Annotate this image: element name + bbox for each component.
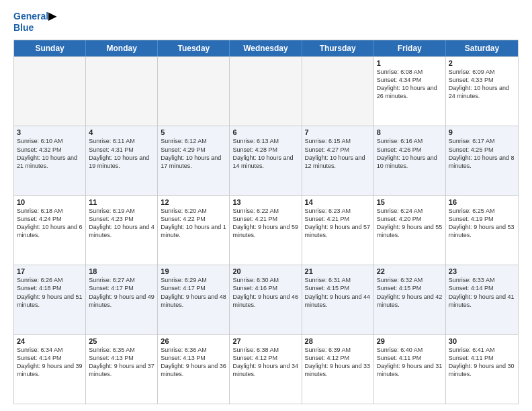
- page: General Blue General▶Blue SundayMondayTu…: [0, 0, 532, 411]
- weekday-header: Thursday: [302, 40, 374, 56]
- calendar-cell: 6Sunrise: 6:13 AM Sunset: 4:28 PM Daylig…: [230, 126, 302, 195]
- calendar-cell: 22Sunrise: 6:32 AM Sunset: 4:15 PM Dayli…: [374, 265, 446, 334]
- day-number: 25: [89, 337, 154, 345]
- day-number: 8: [377, 128, 443, 136]
- weekday-header: Monday: [86, 40, 158, 56]
- day-info: Sunrise: 6:09 AM Sunset: 4:33 PM Dayligh…: [449, 68, 515, 101]
- day-info: Sunrise: 6:41 AM Sunset: 4:11 PM Dayligh…: [449, 346, 515, 379]
- day-info: Sunrise: 6:26 AM Sunset: 4:18 PM Dayligh…: [17, 276, 83, 309]
- calendar-header: SundayMondayTuesdayWednesdayThursdayFrid…: [14, 40, 518, 56]
- day-number: 11: [89, 198, 154, 206]
- day-number: 9: [449, 128, 515, 136]
- calendar-cell: 24Sunrise: 6:34 AM Sunset: 4:14 PM Dayli…: [14, 335, 86, 404]
- calendar-cell: [86, 57, 158, 126]
- day-info: Sunrise: 6:36 AM Sunset: 4:13 PM Dayligh…: [161, 346, 226, 379]
- day-info: Sunrise: 6:11 AM Sunset: 4:31 PM Dayligh…: [89, 137, 154, 170]
- day-info: Sunrise: 6:22 AM Sunset: 4:21 PM Dayligh…: [232, 207, 298, 240]
- day-info: Sunrise: 6:12 AM Sunset: 4:29 PM Dayligh…: [161, 137, 226, 170]
- day-number: 3: [17, 128, 83, 136]
- weekday-header: Saturday: [446, 40, 518, 56]
- day-info: Sunrise: 6:19 AM Sunset: 4:23 PM Dayligh…: [89, 207, 154, 240]
- day-info: Sunrise: 6:30 AM Sunset: 4:16 PM Dayligh…: [232, 276, 298, 309]
- day-info: Sunrise: 6:29 AM Sunset: 4:17 PM Dayligh…: [161, 276, 226, 309]
- calendar-cell: [230, 57, 302, 126]
- logo-text: General▶Blue: [13, 11, 56, 33]
- day-number: 15: [377, 198, 443, 206]
- calendar: SundayMondayTuesdayWednesdayThursdayFrid…: [13, 40, 519, 404]
- day-info: Sunrise: 6:20 AM Sunset: 4:22 PM Dayligh…: [161, 207, 226, 240]
- calendar-cell: 12Sunrise: 6:20 AM Sunset: 4:22 PM Dayli…: [158, 196, 230, 265]
- calendar-cell: 19Sunrise: 6:29 AM Sunset: 4:17 PM Dayli…: [158, 265, 230, 334]
- calendar-cell: 1Sunrise: 6:08 AM Sunset: 4:34 PM Daylig…: [374, 57, 446, 126]
- weekday-header: Wednesday: [230, 40, 302, 56]
- day-number: 1: [377, 59, 443, 67]
- weekday-header: Sunday: [14, 40, 86, 56]
- calendar-cell: 13Sunrise: 6:22 AM Sunset: 4:21 PM Dayli…: [230, 196, 302, 265]
- calendar-cell: 23Sunrise: 6:33 AM Sunset: 4:14 PM Dayli…: [446, 265, 518, 334]
- day-info: Sunrise: 6:17 AM Sunset: 4:25 PM Dayligh…: [449, 137, 515, 170]
- calendar-cell: 11Sunrise: 6:19 AM Sunset: 4:23 PM Dayli…: [86, 196, 158, 265]
- day-number: 7: [305, 128, 371, 136]
- calendar-cell: 7Sunrise: 6:15 AM Sunset: 4:27 PM Daylig…: [302, 126, 374, 195]
- day-number: 10: [17, 198, 83, 206]
- day-info: Sunrise: 6:25 AM Sunset: 4:19 PM Dayligh…: [449, 207, 515, 240]
- day-number: 18: [89, 267, 154, 275]
- calendar-cell: 10Sunrise: 6:18 AM Sunset: 4:24 PM Dayli…: [14, 196, 86, 265]
- day-info: Sunrise: 6:38 AM Sunset: 4:12 PM Dayligh…: [232, 346, 298, 379]
- day-info: Sunrise: 6:35 AM Sunset: 4:13 PM Dayligh…: [89, 346, 154, 379]
- calendar-cell: 18Sunrise: 6:27 AM Sunset: 4:17 PM Dayli…: [86, 265, 158, 334]
- day-info: Sunrise: 6:40 AM Sunset: 4:11 PM Dayligh…: [377, 346, 443, 379]
- day-number: 17: [17, 267, 83, 275]
- day-number: 24: [17, 337, 83, 345]
- day-info: Sunrise: 6:08 AM Sunset: 4:34 PM Dayligh…: [377, 68, 443, 101]
- day-number: 5: [161, 128, 226, 136]
- calendar-cell: 16Sunrise: 6:25 AM Sunset: 4:19 PM Dayli…: [446, 196, 518, 265]
- calendar-cell: [14, 57, 86, 126]
- day-number: 4: [89, 128, 154, 136]
- day-info: Sunrise: 6:23 AM Sunset: 4:21 PM Dayligh…: [305, 207, 371, 240]
- calendar-row: 3Sunrise: 6:10 AM Sunset: 4:32 PM Daylig…: [14, 126, 518, 195]
- day-number: 26: [161, 337, 226, 345]
- calendar-row: 17Sunrise: 6:26 AM Sunset: 4:18 PM Dayli…: [14, 265, 518, 334]
- calendar-cell: 29Sunrise: 6:40 AM Sunset: 4:11 PM Dayli…: [374, 335, 446, 404]
- calendar-cell: [302, 57, 374, 126]
- day-number: 2: [449, 59, 515, 67]
- day-info: Sunrise: 6:13 AM Sunset: 4:28 PM Dayligh…: [232, 137, 298, 170]
- day-number: 27: [232, 337, 298, 345]
- calendar-cell: 4Sunrise: 6:11 AM Sunset: 4:31 PM Daylig…: [86, 126, 158, 195]
- calendar-cell: 20Sunrise: 6:30 AM Sunset: 4:16 PM Dayli…: [230, 265, 302, 334]
- weekday-header: Friday: [374, 40, 446, 56]
- day-number: 16: [449, 198, 515, 206]
- day-number: 13: [232, 198, 298, 206]
- day-number: 30: [449, 337, 515, 345]
- day-info: Sunrise: 6:34 AM Sunset: 4:14 PM Dayligh…: [17, 346, 83, 379]
- calendar-cell: 2Sunrise: 6:09 AM Sunset: 4:33 PM Daylig…: [446, 57, 518, 126]
- calendar-row: 24Sunrise: 6:34 AM Sunset: 4:14 PM Dayli…: [14, 334, 518, 404]
- calendar-cell: 15Sunrise: 6:24 AM Sunset: 4:20 PM Dayli…: [374, 196, 446, 265]
- day-number: 21: [305, 267, 371, 275]
- header: General Blue General▶Blue: [13, 11, 519, 33]
- calendar-body: 1Sunrise: 6:08 AM Sunset: 4:34 PM Daylig…: [14, 56, 518, 404]
- day-info: Sunrise: 6:10 AM Sunset: 4:32 PM Dayligh…: [17, 137, 83, 170]
- day-number: 23: [449, 267, 515, 275]
- day-number: 14: [305, 198, 371, 206]
- day-info: Sunrise: 6:39 AM Sunset: 4:12 PM Dayligh…: [305, 346, 371, 379]
- calendar-cell: [158, 57, 230, 126]
- day-number: 20: [232, 267, 298, 275]
- calendar-row: 1Sunrise: 6:08 AM Sunset: 4:34 PM Daylig…: [14, 56, 518, 126]
- calendar-cell: 14Sunrise: 6:23 AM Sunset: 4:21 PM Dayli…: [302, 196, 374, 265]
- calendar-cell: 8Sunrise: 6:16 AM Sunset: 4:26 PM Daylig…: [374, 126, 446, 195]
- calendar-cell: 5Sunrise: 6:12 AM Sunset: 4:29 PM Daylig…: [158, 126, 230, 195]
- day-info: Sunrise: 6:24 AM Sunset: 4:20 PM Dayligh…: [377, 207, 443, 240]
- calendar-cell: 28Sunrise: 6:39 AM Sunset: 4:12 PM Dayli…: [302, 335, 374, 404]
- day-info: Sunrise: 6:18 AM Sunset: 4:24 PM Dayligh…: [17, 207, 83, 240]
- calendar-cell: 25Sunrise: 6:35 AM Sunset: 4:13 PM Dayli…: [86, 335, 158, 404]
- day-number: 19: [161, 267, 226, 275]
- day-number: 29: [377, 337, 443, 345]
- day-info: Sunrise: 6:33 AM Sunset: 4:14 PM Dayligh…: [449, 276, 515, 309]
- day-info: Sunrise: 6:16 AM Sunset: 4:26 PM Dayligh…: [377, 137, 443, 170]
- day-number: 6: [232, 128, 298, 136]
- calendar-cell: 21Sunrise: 6:31 AM Sunset: 4:15 PM Dayli…: [302, 265, 374, 334]
- calendar-cell: 26Sunrise: 6:36 AM Sunset: 4:13 PM Dayli…: [158, 335, 230, 404]
- calendar-cell: 27Sunrise: 6:38 AM Sunset: 4:12 PM Dayli…: [230, 335, 302, 404]
